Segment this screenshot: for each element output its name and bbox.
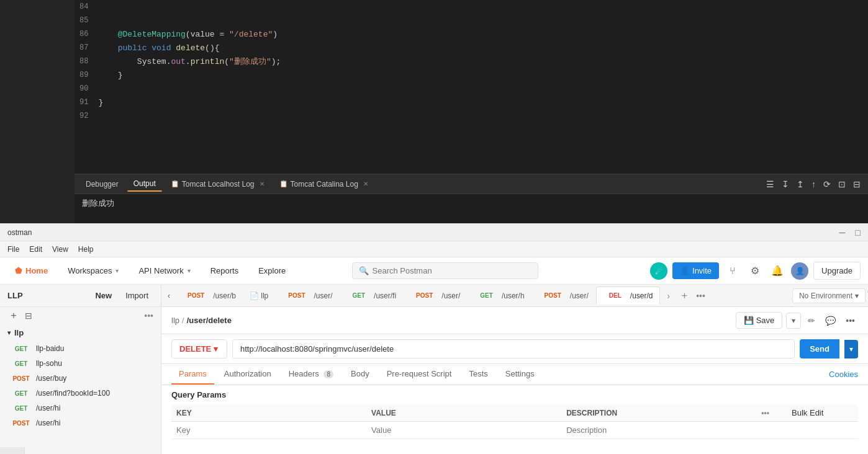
req-tab-llp[interactable]: 📄 llp	[243, 289, 274, 303]
req-tab-post-user3[interactable]: POST /user/	[532, 287, 595, 304]
ide-tab-output[interactable]: Output	[127, 177, 162, 192]
key-input[interactable]	[176, 425, 361, 435]
table-more-btn[interactable]: •••	[761, 409, 769, 417]
bulk-edit-button[interactable]: Bulk Edit	[792, 408, 823, 417]
tab-tests[interactable]: Tests	[461, 364, 495, 385]
tab-headers[interactable]: Headers 8	[281, 364, 341, 385]
value-input[interactable]	[371, 425, 556, 435]
list-item[interactable]: POST /user/buy	[0, 371, 161, 386]
ide-tab-catalina[interactable]: 📋 Tomcat Catalina Log ✕	[273, 177, 374, 191]
breadcrumb-parent: llp	[171, 316, 179, 325]
tab-pre-request[interactable]: Pre-request Script	[379, 364, 459, 385]
code-line-89: 89 }	[75, 68, 868, 82]
req-tab-get-user-fi[interactable]: GET /user/fi	[340, 287, 403, 304]
collection-llp[interactable]: ▾ llp	[0, 324, 161, 341]
comet-icon[interactable]: ☄	[650, 262, 667, 280]
sidebar-header: LLP New Import	[0, 285, 161, 307]
ide-output-text: 删除成功	[75, 194, 868, 213]
cookies-link[interactable]: Cookies	[829, 370, 858, 379]
tab-settings[interactable]: Settings	[498, 364, 542, 385]
home-button[interactable]: ⬟ Home	[7, 262, 55, 279]
explore-button[interactable]: Explore	[251, 262, 293, 279]
title-bar-controls: ─ □	[839, 228, 861, 238]
list-item[interactable]: GET llp-baidu	[0, 341, 161, 356]
ide-tab-debugger[interactable]: Debugger	[79, 177, 125, 191]
req-tab-get-user-h[interactable]: GET /user/h	[468, 287, 530, 304]
tab-authorization[interactable]: Authorization	[217, 364, 279, 385]
fork-icon[interactable]: ⑂	[724, 262, 741, 280]
send-button[interactable]: Send	[800, 339, 839, 358]
save-icon: 💾	[744, 316, 754, 325]
chevron-down-icon: ▾	[7, 329, 11, 336]
req-tab-llp-bai[interactable]: POST /user/b	[175, 287, 242, 304]
edit-icon[interactable]: ✏	[805, 313, 818, 329]
list-item[interactable]: GET /user/hi	[0, 401, 161, 416]
workspaces-chevron-icon: ▾	[115, 267, 119, 274]
ide-toolbar-btn-7[interactable]: ⊟	[851, 178, 863, 190]
save-chevron-button[interactable]: ▾	[786, 313, 801, 329]
ide-toolbar-btn-4[interactable]: ↑	[809, 178, 818, 190]
more-options-icon[interactable]: •••	[843, 313, 858, 329]
query-params-title: Query Params	[171, 390, 858, 399]
reports-button[interactable]: Reports	[203, 262, 246, 279]
menu-help[interactable]: Help	[78, 245, 94, 254]
sidebar: LLP New Import + ⊟ ••• ▾ llp GET l	[0, 285, 161, 454]
tabs-overflow-btn[interactable]: ›	[661, 288, 676, 303]
url-bar: DELETE ▾ Send ▾	[161, 334, 868, 364]
avatar[interactable]: 👤	[791, 262, 808, 280]
tab-body[interactable]: Body	[343, 364, 377, 385]
new-button[interactable]: New	[90, 290, 117, 301]
request-header: llp / /user/delete 💾 Save ▾ ✏ 💬 •••	[161, 307, 868, 334]
sidebar-more-btn[interactable]: •••	[144, 311, 153, 321]
invite-button[interactable]: 👤 Invite	[672, 262, 719, 279]
request-area: ‹ POST /user/b 📄 llp POST /user/ GET /us…	[161, 285, 868, 454]
send-dropdown-button[interactable]: ▾	[844, 340, 858, 358]
env-selector[interactable]: No Environment ▾	[792, 288, 866, 303]
add-collection-btn[interactable]: +	[7, 309, 20, 322]
settings-icon[interactable]: ⚙	[746, 262, 764, 280]
search-box[interactable]: 🔍	[352, 262, 538, 279]
menu-view[interactable]: View	[52, 245, 68, 254]
bell-icon[interactable]: 🔔	[769, 262, 786, 280]
ide-tab-localhost[interactable]: 📋 Tomcat Localhost Log ✕	[165, 177, 271, 191]
tab-params[interactable]: Params	[171, 364, 214, 385]
ide-toolbar-btn-5[interactable]: ⟳	[821, 178, 833, 190]
new-tab-button[interactable]: +	[677, 288, 692, 303]
ide-toolbar-btn-1[interactable]: ☰	[764, 178, 777, 190]
api-network-button[interactable]: API Network ▾	[131, 262, 197, 279]
menu-edit[interactable]: Edit	[29, 245, 42, 254]
list-item[interactable]: POST /user/hi	[0, 416, 161, 430]
req-tab-post-user1[interactable]: POST /user/	[276, 287, 338, 304]
code-line-90: 90	[75, 82, 868, 96]
list-item[interactable]: GET llp-sohu	[0, 356, 161, 371]
url-input[interactable]	[232, 339, 795, 358]
import-button[interactable]: Import	[120, 290, 153, 301]
tabs-more-btn[interactable]: •••	[694, 288, 708, 303]
minimize-btn[interactable]: ─	[839, 228, 846, 238]
filter-btn[interactable]: ⊟	[22, 309, 35, 322]
main-content: ☰ tions ▣ Pls ▤ nments ⊡ Servers LLP New	[0, 285, 868, 454]
list-item[interactable]: GET /user/find?bookId=100	[0, 386, 161, 401]
comment-icon[interactable]: 💬	[822, 313, 839, 329]
req-tab-del-user[interactable]: DEL /user/d	[596, 287, 660, 305]
ide-toolbar-btn-6[interactable]: ⊡	[836, 178, 848, 190]
search-icon: 🔍	[359, 266, 369, 275]
col-more: •••	[756, 404, 787, 422]
search-input[interactable]	[373, 266, 531, 275]
ide-toolbar-btn-2[interactable]: ↧	[779, 178, 792, 190]
invite-icon: 👤	[680, 266, 690, 275]
maximize-btn[interactable]: □	[856, 228, 861, 238]
method-selector[interactable]: DELETE ▾	[171, 339, 227, 358]
code-line-85: 85	[75, 14, 868, 27]
header-actions: 💾 Save ▾ ✏ 💬 •••	[736, 312, 858, 329]
ide-toolbar-btn-3[interactable]: ↥	[794, 178, 807, 190]
ide-toolbar: ☰ ↧ ↥ ↑ ⟳ ⊡ ⊟	[764, 178, 863, 190]
save-button[interactable]: 💾 Save	[736, 312, 783, 329]
menu-file[interactable]: File	[7, 245, 19, 254]
req-tab-post-user2[interactable]: POST /user/	[404, 287, 466, 304]
workspaces-button[interactable]: Workspaces ▾	[60, 262, 126, 279]
req-tab-nav-back[interactable]: ‹	[164, 289, 174, 303]
description-input[interactable]	[566, 425, 751, 435]
sidebar-title: LLP	[7, 291, 23, 300]
upgrade-button[interactable]: Upgrade	[813, 262, 861, 280]
